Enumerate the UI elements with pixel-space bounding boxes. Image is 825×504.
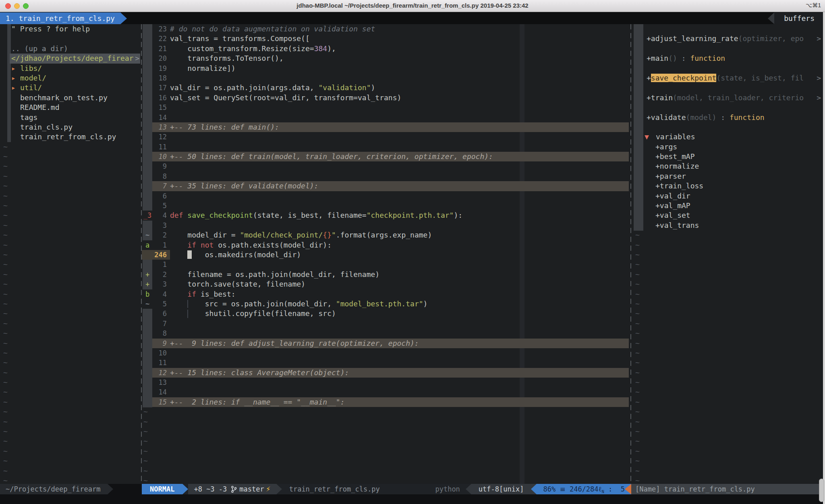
code-line[interactable]: 20 transforms.ToTensor(), [142,54,630,63]
code-line[interactable]: 11 [142,142,630,152]
line-number: 13 [152,378,167,387]
code-line[interactable]: +2 filename = os.path.join(model_dir, fi… [142,270,630,279]
buffers-label: buffers [784,14,815,23]
code-line[interactable]: 14 [142,387,630,397]
line-number: 23 [152,24,167,34]
tree-root-selected[interactable]: </jdhao/Projects/deep_firear> [0,54,141,63]
tree-item-file[interactable]: README.md [0,103,141,112]
code-line[interactable]: 12 [142,132,630,142]
tree-item-dir[interactable]: ▸libs/ [0,64,141,73]
tree-empty-line: ~ [0,171,141,181]
code-line[interactable]: 6 [142,191,630,201]
tree-empty-line: ~ [0,387,141,397]
vim-tabline: 1. train_retr_from_cls.py buffers [0,12,825,24]
tagbar-empty-line: ~ [631,387,825,397]
code-line[interactable]: 23# do not do data augmentation on valid… [142,24,630,34]
tagbar-variable[interactable]: +val_trans [631,221,825,230]
code-line[interactable]: 11 [142,358,630,368]
tree-empty-line: ~ [0,161,141,171]
gutter-sign: ~ [143,299,152,309]
tagbar-variable[interactable]: +args [631,142,825,152]
tagbar-entry-train[interactable]: +train(model, train_loader, criterio> [631,93,825,103]
tagbar-empty-line: ~ [631,260,825,269]
vim-command-line[interactable] [0,494,825,504]
folded-code-line[interactable]: 10+-- 50 lines: def train(model, train_l… [142,152,630,161]
line-number: 15 [152,397,167,407]
tagbar-entry-main[interactable]: +main() : function [631,54,825,63]
tagbar-empty-line: ~ [631,466,825,476]
tree-empty-line: ~ [0,339,141,348]
code-line[interactable]: 19 normalize]) [142,64,630,73]
code-line[interactable]: ~5 src = os.path.join(model_dir, "model_… [142,299,630,309]
powerline-arrow-icon [182,484,188,494]
folded-code-line[interactable]: 15+-- 2 lines: if __name__ == "__main__"… [142,397,630,407]
statusline: ~/Projects/deep_firearm NORMAL +8 ~3 -3 … [0,484,825,494]
tree-item-file[interactable]: train_retr_from_cls.py [0,132,141,142]
tagbar-variable[interactable]: +parser [631,171,825,181]
code-line[interactable]: 3 [142,221,630,230]
tagbar-empty-line: ~ [631,289,825,299]
tree-up-dir[interactable]: .. (up a dir) [0,44,141,54]
code-line[interactable]: ~2 model_dir = "model/check_point/{}".fo… [142,230,630,240]
tagbar-variable[interactable]: +val_mAP [631,201,825,211]
gutter-sign: _3 [143,211,152,220]
code-line[interactable]: 8 [142,171,630,181]
line-number: 246 [152,250,167,260]
statusline-tagbar-section: [Name] train_retr_from_cls.py [625,484,825,494]
cursor-line[interactable]: 246 os.makedirs(model_dir) [142,250,630,260]
tagbar-empty-line: ~ [631,230,825,240]
tagbar-section-variables[interactable]: ▼variables [631,132,825,142]
code-line[interactable]: +3 torch.save(state, filename) [142,279,630,289]
tree-item-dir[interactable]: ▸model/ [0,73,141,83]
code-line[interactable]: 9 [142,161,630,171]
folded-code-line[interactable]: 12+-- 15 lines: class AverageMeter(objec… [142,368,630,378]
code-line[interactable]: 10 [142,348,630,358]
code-line[interactable]: 16val_set = QuerySet(root=val_dir, trans… [142,93,630,103]
code-line[interactable]: 8 [142,328,630,338]
tagbar-variable[interactable]: +best_mAP [631,152,825,161]
tree-empty-line: ~ [0,309,141,318]
code-line[interactable]: a1 if not os.path.exists(model_dir): [142,240,630,250]
code-line[interactable]: 22val_trans = transforms.Compose([ [142,34,630,43]
window-separator-left[interactable] [141,24,142,484]
code-line[interactable]: _34def save_checkpoint(state, is_best, f… [142,211,630,220]
code-line[interactable]: 15 [142,103,630,112]
code-line[interactable]: 21 custom_transform.Resize(size=384), [142,44,630,54]
code-line[interactable]: 7 [142,319,630,328]
buffers-indicator[interactable]: buffers [774,12,825,24]
tagbar-empty-line: ~ [631,279,825,289]
tree-item-file[interactable]: tags [0,113,141,122]
tree-empty-line: ~ [0,201,141,211]
tab-train-retr-from-cls[interactable]: 1. train_retr_from_cls.py [0,12,120,24]
tree-item-dir[interactable]: ▸util/ [0,83,141,93]
tagbar-blank-line [631,103,825,112]
folded-code-line[interactable]: 7+-- 35 lines: def validate(model): [142,181,630,191]
code-line[interactable]: 13 [142,378,630,387]
tagbar-variable[interactable]: +val_dir [631,191,825,201]
tagbar-variable[interactable]: +train_loss [631,181,825,191]
tree-item-file[interactable]: benchmark_on_test.py [0,93,141,103]
code-line[interactable]: b4 if is_best: [142,289,630,299]
tagbar-variable[interactable]: +val_set [631,211,825,220]
code-text: normalize]) [170,64,236,73]
line-number: 4 [152,289,167,299]
tagbar-entry-save_checkpoint[interactable]: +save_checkpoint(state, is_best, fil> [631,73,825,83]
code-line[interactable]: 1 [142,260,630,269]
code-line[interactable]: 18 [142,73,630,83]
tagbar-entry-validate[interactable]: +validate(model) : function [631,113,825,122]
tagbar-blank-line [631,44,825,54]
code-line[interactable]: 17val_dir = os.path.join(args.data, "val… [142,83,630,93]
window-separator-right[interactable] [630,24,631,484]
code-line[interactable]: 6 shutil.copyfile(filename, src) [142,309,630,318]
folded-code-line[interactable]: 9+-- 9 lines: def adjust_learning_rate(o… [142,339,630,348]
branch-name: master [239,484,264,494]
code-line[interactable]: 5 [142,201,630,211]
code-line[interactable]: 14 [142,113,630,122]
tagbar-entry-adjust_learning_rate[interactable]: +adjust_learning_rate(optimizer, epo> [631,34,825,43]
tree-item-file[interactable]: train_cls.py [0,122,141,132]
tagbar-variable[interactable]: +normalize [631,161,825,171]
buffer-empty-line: ~ [142,427,630,436]
folded-code-line[interactable]: 13+-- 73 lines: def main(): [142,122,630,132]
tagbar-blank-line [631,83,825,93]
tree-empty-line: ~ [0,407,141,417]
